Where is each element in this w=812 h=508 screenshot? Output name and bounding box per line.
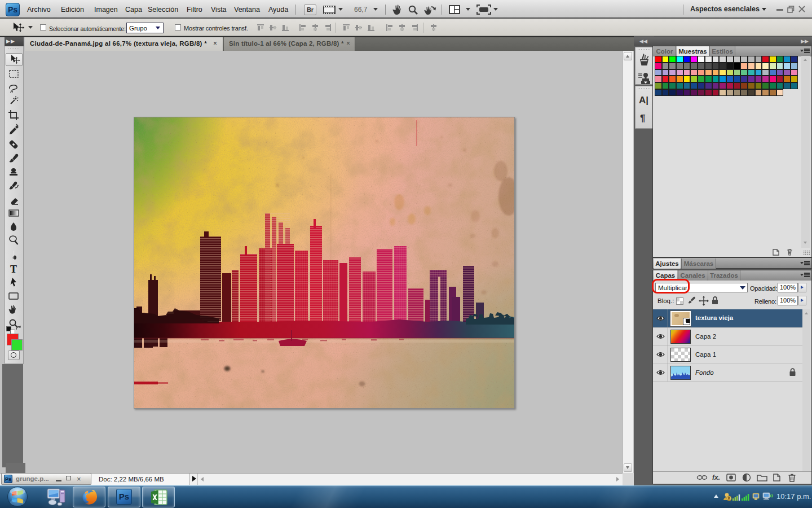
svg-text:R: R xyxy=(728,497,731,501)
svg-text:T: T xyxy=(10,264,17,275)
